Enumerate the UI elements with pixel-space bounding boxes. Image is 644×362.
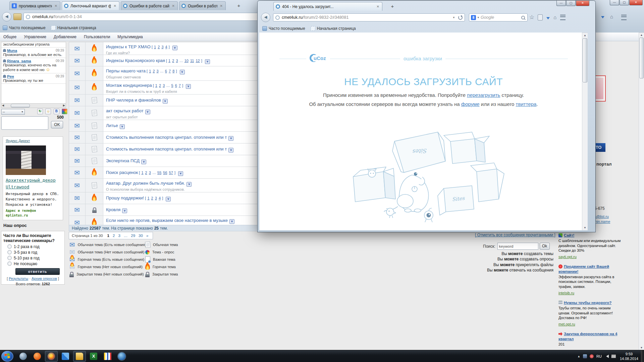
taskbar-app-windows-button[interactable] bbox=[59, 351, 72, 362]
topic-page-link[interactable]: 7 bbox=[179, 83, 181, 87]
bg-bookmark-home[interactable]: Начальная страница bbox=[51, 25, 96, 30]
topic-page-link[interactable]: 2 bbox=[172, 59, 174, 63]
last-post-icon[interactable]: v bbox=[145, 110, 150, 114]
last-post-icon[interactable]: v bbox=[205, 59, 210, 64]
bookmarks-panel-icon[interactable] bbox=[538, 14, 543, 20]
fg-minimize-button[interactable]: — bbox=[556, 1, 566, 6]
last-post-icon[interactable]: v bbox=[141, 160, 146, 164]
taskbar-app-orange-button[interactable] bbox=[31, 351, 44, 362]
last-post-icon[interactable]: v bbox=[228, 136, 233, 141]
last-post-icon[interactable]: v bbox=[180, 70, 185, 74]
fg-tab[interactable]: 404 - Не удалось загрузит... ✕ bbox=[273, 2, 382, 11]
fg-bookmark-frequent[interactable]: Часто посещаемые bbox=[262, 26, 305, 31]
reload-link[interactable]: перезагрузить bbox=[467, 92, 500, 98]
topic-page-link[interactable]: 1 bbox=[149, 69, 151, 73]
tab-close-icon[interactable]: ✕ bbox=[219, 4, 223, 8]
last-post-icon[interactable]: v bbox=[163, 99, 168, 104]
page-link[interactable]: 3 bbox=[118, 234, 120, 238]
tab-close-icon[interactable]: ✕ bbox=[113, 4, 117, 8]
right-ad-link[interactable]: sayti.opt.ru bbox=[558, 255, 577, 259]
chat-scrollbar[interactable]: ◀▶ bbox=[1, 103, 66, 108]
bg-new-tab-button[interactable]: + bbox=[235, 2, 243, 9]
taskbar-explorer-button[interactable] bbox=[73, 351, 86, 362]
right-ad-title-link[interactable]: Закупка ферросплавов на 4 квартал bbox=[558, 331, 623, 341]
chat-recipient-select[interactable]: --▼ bbox=[1, 109, 25, 115]
language-indicator[interactable]: RU bbox=[596, 354, 602, 358]
radio-button[interactable] bbox=[7, 250, 12, 254]
bg-home-icon[interactable]: ⌂ bbox=[610, 13, 613, 21]
last-post-icon[interactable]: v bbox=[186, 84, 191, 89]
page-link[interactable]: 29 bbox=[131, 234, 135, 238]
page-link[interactable]: » bbox=[146, 234, 148, 238]
mark-all-read-link[interactable]: [ Отметить все сообщения прочитанными ] bbox=[475, 233, 555, 237]
topic-page-link[interactable]: 2 bbox=[159, 83, 161, 87]
bg-tab-2[interactable]: Ленточный вариант фору...✕ bbox=[62, 1, 119, 10]
bg-bookmark-frequent[interactable]: Часто посещаемые bbox=[3, 25, 46, 30]
page-link[interactable]: 2 bbox=[113, 234, 115, 238]
topic-page-link[interactable]: 7 bbox=[169, 69, 171, 73]
last-post-icon[interactable]: v bbox=[229, 219, 234, 224]
right-ad-title-link[interactable]: Продвинем сайт Вашей компании! bbox=[558, 264, 623, 274]
ad-title-link[interactable]: Архитектурный декор Ultrawood bbox=[6, 177, 60, 190]
topic-page-link[interactable]: 6 bbox=[165, 69, 167, 73]
ad-contact[interactable]: Адрес и телефонeplintus.ru bbox=[6, 208, 60, 218]
topic-title-link[interactable]: Индексы к ТЕР ХМАО bbox=[106, 44, 151, 49]
chat-input[interactable] bbox=[1, 116, 48, 130]
bg-scrollbar[interactable]: ▲▼ bbox=[639, 33, 644, 350]
site-link-fragment[interactable]: hin.name bbox=[595, 220, 610, 224]
star-icon[interactable]: ☆ bbox=[529, 13, 534, 21]
last-post-icon[interactable]: v bbox=[120, 124, 125, 129]
topic-title-link[interactable]: ПНР чиллера и фанкойлов bbox=[106, 98, 161, 103]
last-post-icon[interactable]: v bbox=[228, 148, 233, 153]
topic-page-link[interactable]: 2 bbox=[153, 69, 155, 73]
bg-folder-icon[interactable] bbox=[13, 13, 21, 20]
topic-page-link[interactable]: 3 bbox=[155, 196, 157, 200]
topic-page-link[interactable]: 1 bbox=[154, 45, 156, 49]
email-link-fragment[interactable]: s@list.ru bbox=[594, 215, 609, 219]
topic-title-link[interactable]: Индексы Красноярского края bbox=[106, 58, 165, 63]
magnifier-icon[interactable] bbox=[521, 16, 525, 19]
fg-tab-close-icon[interactable]: ✕ bbox=[376, 5, 380, 8]
topic-page-link[interactable]: 57 bbox=[169, 171, 173, 175]
topic-page-link[interactable]: 1 bbox=[141, 171, 143, 175]
topic-page-link[interactable]: 1 bbox=[147, 196, 149, 200]
topic-page-link[interactable]: 10 bbox=[184, 59, 189, 63]
topic-title-link[interactable]: Экспертиза ПСД bbox=[106, 158, 140, 163]
bg-scrollbar-thumb[interactable] bbox=[639, 38, 644, 78]
topic-title-link[interactable]: Стоимость выполнения паспорта централ. о… bbox=[106, 146, 227, 152]
fg-search-box[interactable]: 8 ▼ Google bbox=[469, 13, 528, 21]
topic-title-link[interactable]: Литье bbox=[106, 123, 118, 128]
search-ok-button[interactable]: Ok bbox=[540, 243, 550, 250]
topic-title-link[interactable]: Прошу поддержки! bbox=[106, 195, 144, 200]
topic-title-link[interactable]: Аватар. Друг должен быть лучше тебя. bbox=[106, 181, 185, 186]
topic-page-link[interactable]: 2 bbox=[145, 171, 147, 175]
right-ad-link[interactable]: met.opt.ru bbox=[558, 322, 575, 326]
radio-button[interactable] bbox=[7, 256, 12, 260]
topic-title-link[interactable]: Монтаж кондиционера bbox=[106, 83, 152, 88]
last-post-icon[interactable]: v bbox=[166, 197, 171, 201]
chat-username[interactable]: Рен bbox=[7, 74, 14, 78]
poll-results-link[interactable]: Результаты bbox=[9, 277, 28, 281]
bg-tab-1[interactable]: 8проливка цементным мо...✕ bbox=[9, 1, 60, 10]
radio-button[interactable] bbox=[7, 244, 12, 249]
chat-username[interactable]: Muna bbox=[7, 49, 17, 53]
right-ad-title-link[interactable]: Сайт! bbox=[558, 233, 623, 238]
bg-menu-icon[interactable] bbox=[621, 15, 627, 20]
start-button[interactable] bbox=[1, 351, 13, 362]
taskbar-app-globe-button[interactable] bbox=[115, 351, 128, 362]
poll-archive-link[interactable]: Архив опросов bbox=[32, 277, 57, 281]
bg-tab-4[interactable]: Ошибки в работе сайта - ...✕ bbox=[179, 1, 226, 10]
tray-app-icon-2[interactable] bbox=[590, 354, 594, 358]
taskbar-app-sphere-button[interactable] bbox=[17, 351, 30, 362]
refresh-icon[interactable]: ↻ bbox=[37, 109, 43, 114]
topic-page-link[interactable]: 4 bbox=[159, 196, 161, 200]
smiley-icon[interactable]: ☺ bbox=[45, 109, 51, 114]
ad-image[interactable] bbox=[6, 145, 46, 175]
bold-icon[interactable]: B bbox=[54, 109, 59, 114]
topic-page-link[interactable]: 3 bbox=[157, 69, 159, 73]
volume-icon[interactable] bbox=[604, 355, 609, 358]
topic-page-link[interactable]: 3 bbox=[161, 45, 163, 49]
chat-ok-button[interactable]: OK bbox=[51, 121, 63, 128]
fg-bookmark-home[interactable]: Начальная страница bbox=[311, 26, 356, 31]
menu-item-5[interactable]: Мультимедиа bbox=[117, 35, 143, 39]
